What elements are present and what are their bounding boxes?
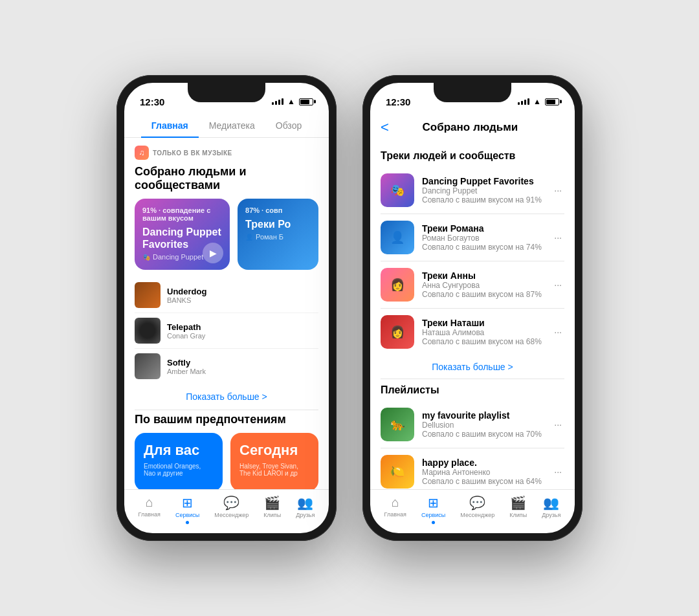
battery-icon-2 xyxy=(545,98,559,105)
nav-friends-label-1: Друзья xyxy=(296,512,315,518)
vk-music-icon: ♫ xyxy=(135,146,149,160)
back-button-2[interactable]: < xyxy=(381,116,394,138)
nav-messenger-label-2: Мессенджер xyxy=(460,512,494,518)
signal-bars-1 xyxy=(272,98,283,105)
tab-library[interactable]: Медиатека xyxy=(199,116,265,135)
nav-friends-2[interactable]: 👥 Друзья xyxy=(542,495,560,524)
nav-clips-label-2: Клипы xyxy=(509,512,527,518)
vk-badge-text: ТОЛЬКО В ВК МУЗЫКЕ xyxy=(153,149,232,157)
nav-clips-1[interactable]: 🎬 Клипы xyxy=(263,495,281,524)
song-list-1: Underdog BANKS Telepath Conan Gray xyxy=(124,278,329,384)
nav-indicator-1 xyxy=(186,521,189,524)
nav-services-label-2: Сервисы xyxy=(421,512,445,518)
tab-home[interactable]: Главная xyxy=(141,116,199,135)
play-button-purple[interactable]: ▶ xyxy=(203,243,223,263)
nav-services-1[interactable]: ⊞ Сервисы xyxy=(175,495,199,524)
card-blue-title: Треки Ро xyxy=(245,218,311,230)
track-item-natasha[interactable]: 👩 Треки Наташи Наташа Алимова Совпало с … xyxy=(370,309,575,355)
show-more-1[interactable]: Показать больше > xyxy=(124,384,329,410)
phone-1-screen: 12:30 ▲ Главная xyxy=(124,83,329,533)
wifi-icon-2: ▲ xyxy=(533,97,541,106)
card-blue-subtitle: 👤 Роман Б xyxy=(245,233,311,241)
tracks-section-header: Треки людей и сообществ xyxy=(370,145,575,167)
friends-icon-1: 👥 xyxy=(297,495,313,511)
pref-card-for-you[interactable]: Для вас Emotional Oranges, Nao и другие xyxy=(135,433,223,489)
scroll-content-1: ♫ ТОЛЬКО В ВК МУЗЫКЕ Собрано людьми и со… xyxy=(124,138,329,489)
nav-home-2[interactable]: ⌂ Главная xyxy=(384,495,406,524)
clips-icon-1: 🎬 xyxy=(264,495,280,511)
friends-icon-2: 👥 xyxy=(543,495,559,511)
bottom-nav-2: ⌂ Главная ⊞ Сервисы 💬 Мессенджер 🎬 Клипы xyxy=(370,489,575,533)
home-icon-2: ⌂ xyxy=(392,495,399,510)
nav-home-label-2: Главная xyxy=(384,511,406,518)
track-item-dancing-puppet[interactable]: 🎭 Dancing Puppet Favorites Dancing Puppe… xyxy=(370,167,575,214)
notch-2 xyxy=(434,83,511,102)
status-bar-2: 12:30 ▲ xyxy=(370,83,575,111)
nav-indicator-2 xyxy=(432,521,435,524)
wifi-icon-1: ▲ xyxy=(287,97,295,106)
song-item-telepath[interactable]: Telepath Conan Gray xyxy=(135,313,318,349)
track-thumb-natasha: 👩 xyxy=(381,315,414,349)
playlists-section-header: Плейлисты xyxy=(370,379,575,401)
song-item-underdog[interactable]: Underdog BANKS xyxy=(135,278,318,313)
nav-friends-label-2: Друзья xyxy=(542,512,560,518)
nav-home-label-1: Главная xyxy=(139,511,161,518)
nav-messenger-2[interactable]: 💬 Мессенджер xyxy=(460,495,494,524)
track-item-anna[interactable]: 👩 Треки Анны Анна Сунгурова Совпало с ва… xyxy=(370,261,575,308)
nav-friends-1[interactable]: 👥 Друзья xyxy=(296,495,315,524)
card-roman[interactable]: 87% · совп Треки Ро 👤 Роман Б xyxy=(238,199,318,270)
notch-1 xyxy=(188,83,265,102)
status-time-2: 12:30 xyxy=(386,96,410,107)
status-bar-1: 12:30 ▲ xyxy=(124,83,329,111)
bottom-nav-1: ⌂ Главная ⊞ Сервисы 💬 Мессенджер 🎬 Клипы xyxy=(124,489,329,533)
page-header-2: < Собрано людьми xyxy=(370,111,575,145)
services-icon-2: ⊞ xyxy=(428,495,439,511)
more-btn-playlist-1[interactable]: ··· xyxy=(551,464,564,479)
song-thumb-underdog xyxy=(135,282,161,308)
nav-services-2[interactable]: ⊞ Сервисы xyxy=(421,495,445,524)
home-icon-1: ⌂ xyxy=(146,495,153,510)
playlist-thumb-favourite: 🐆 xyxy=(381,408,414,441)
card-purple-percent: 91% · совпадение с вашим вкусом xyxy=(142,206,222,222)
more-btn-track-0[interactable]: ··· xyxy=(551,182,564,198)
scroll-content-2: Треки людей и сообществ 🎭 Dancing Puppet… xyxy=(370,145,575,489)
more-btn-track-2[interactable]: ··· xyxy=(551,277,564,292)
messenger-icon-2: 💬 xyxy=(469,495,485,511)
tab-nav-1: Главная Медиатека Обзор xyxy=(124,111,329,138)
battery-icon-1 xyxy=(299,98,313,105)
status-icons-2: ▲ xyxy=(518,97,559,106)
song-item-softly[interactable]: Softly Amber Mark xyxy=(135,349,318,384)
phones-container: 12:30 ▲ Главная xyxy=(91,49,608,567)
nav-messenger-1[interactable]: 💬 Мессенджер xyxy=(214,495,249,524)
card-dancing-puppet[interactable]: 91% · совпадение с вашим вкусом Dancing … xyxy=(135,199,230,270)
track-thumb-roman: 👤 xyxy=(381,221,414,254)
playlist-item-happy-place[interactable]: 🍋 happy place. Марина Антоненко Совпало … xyxy=(370,448,575,489)
more-btn-track-1[interactable]: ··· xyxy=(551,230,564,245)
phone-2: 12:30 ▲ < Собрано людьми xyxy=(362,75,582,541)
tab-browse[interactable]: Обзор xyxy=(265,116,312,135)
song-thumb-softly xyxy=(135,353,161,379)
nav-services-label-1: Сервисы xyxy=(175,512,199,518)
pref-card-today[interactable]: Сегодня Halsey, Troye Sivan, The Kid LAR… xyxy=(230,433,318,489)
cards-row: 91% · совпадение с вашим вкусом Dancing … xyxy=(124,199,329,278)
vk-badge: ♫ ТОЛЬКО В ВК МУЗЫКЕ xyxy=(124,138,329,162)
more-btn-track-3[interactable]: ··· xyxy=(551,324,564,340)
card-blue-percent: 87% · совп xyxy=(245,206,311,214)
phone-1: 12:30 ▲ Главная xyxy=(116,75,337,541)
page-title-2: Собрано людьми xyxy=(394,121,546,134)
more-btn-playlist-0[interactable]: ··· xyxy=(551,417,564,432)
messenger-icon-1: 💬 xyxy=(223,495,239,511)
playlist-item-favourite[interactable]: 🐆 my favourite playlist Dellusion Совпал… xyxy=(370,401,575,448)
status-time-1: 12:30 xyxy=(140,96,164,107)
signal-bars-2 xyxy=(518,98,529,105)
show-more-tracks[interactable]: Показать больше > xyxy=(370,355,575,379)
track-thumb-anna: 👩 xyxy=(381,268,414,302)
track-thumb-dancing-puppet: 🎭 xyxy=(381,173,414,207)
song-thumb-telepath xyxy=(135,318,161,344)
nav-home-1[interactable]: ⌂ Главная xyxy=(139,495,161,524)
status-icons-1: ▲ xyxy=(272,97,313,106)
nav-clips-2[interactable]: 🎬 Клипы xyxy=(509,495,527,524)
track-item-roman[interactable]: 👤 Треки Романа Роман Богаутов Совпало с … xyxy=(370,214,575,261)
section2-title: По вашим предпочтениям xyxy=(124,410,329,433)
prefs-row: Для вас Emotional Oranges, Nao и другие … xyxy=(124,433,329,489)
